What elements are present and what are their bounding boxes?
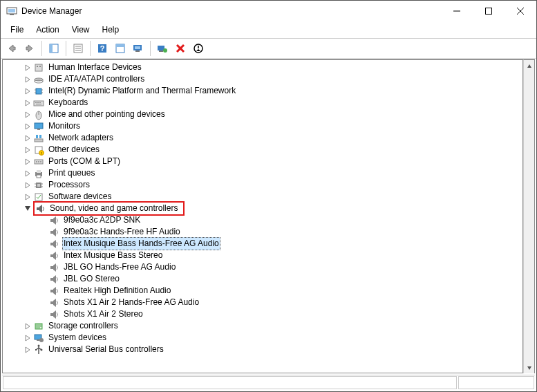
tree-node[interactable]: 9f9e0a3c Hands-Free HF Audio <box>3 226 522 238</box>
expand-icon[interactable] <box>23 193 32 201</box>
tree-node[interactable]: Network adapters <box>3 132 522 144</box>
svg-rect-55 <box>35 139 43 142</box>
tree-node[interactable]: Monitors <box>3 120 522 132</box>
tree-node-label: Realtek High Definition Audio <box>62 285 172 297</box>
tree-node[interactable]: Intex Musique Bass Hands-Free AG Audio <box>3 238 522 250</box>
other-icon: ! <box>33 144 44 156</box>
svg-rect-89 <box>50 254 53 257</box>
svg-rect-2 <box>10 14 14 15</box>
svg-rect-81 <box>37 207 39 210</box>
tree-node[interactable]: Intel(R) Dynamic Platform and Thermal Fr… <box>3 85 522 97</box>
tree-node[interactable]: JBL GO Stereo <box>3 273 522 285</box>
tree-node[interactable]: Shots X1 Air 2 Stereo <box>3 308 522 320</box>
expand-icon[interactable] <box>23 99 32 107</box>
tree-node-label: Ports (COM & LPT) <box>47 156 122 167</box>
device-tree[interactable]: Human Interface DevicesIDE ATA/ATAPI con… <box>2 59 523 373</box>
svg-rect-93 <box>50 278 53 281</box>
tree-node[interactable]: Intex Musique Bass Stereo <box>3 250 522 261</box>
minimize-button[interactable] <box>441 1 473 21</box>
svg-point-107 <box>39 338 44 342</box>
toolbar-separator <box>41 41 42 56</box>
tree-node[interactable]: IDE ATA/ATAPI controllers <box>3 73 522 85</box>
no-expander <box>39 310 47 319</box>
expand-icon[interactable] <box>23 87 32 95</box>
back-button[interactable] <box>3 40 20 57</box>
scroll-up-arrow[interactable] <box>524 60 534 72</box>
expand-icon[interactable] <box>23 334 32 342</box>
port-icon <box>33 156 44 167</box>
chip-icon <box>33 86 44 97</box>
mouse-icon <box>33 109 44 120</box>
show-hide-console-button[interactable] <box>46 40 62 57</box>
show-hidden-button[interactable] <box>130 40 147 57</box>
tree-node[interactable]: Processors <box>3 179 522 191</box>
menu-file[interactable]: File <box>5 23 29 37</box>
svg-rect-29 <box>37 66 38 67</box>
menu-help[interactable]: Help <box>97 23 125 37</box>
tree-node[interactable]: Storage controllers <box>3 320 522 332</box>
expand-icon[interactable] <box>23 169 32 178</box>
tree-node-label: Keyboards <box>47 97 89 109</box>
collapse-icon[interactable] <box>23 205 32 213</box>
expand-icon[interactable] <box>23 122 32 131</box>
tree-node-label: JBL GO Stereo <box>62 273 121 285</box>
expand-icon[interactable] <box>23 146 32 154</box>
svg-marker-101 <box>26 324 30 329</box>
tree-node-label: Shots X1 Air 2 Stereo <box>62 308 144 320</box>
forward-button[interactable] <box>21 40 38 57</box>
tree-node[interactable]: Shots X1 Air 2 Hands-Free AG Audio <box>3 297 522 308</box>
svg-rect-56 <box>36 135 38 138</box>
printer-icon <box>33 168 44 179</box>
svg-rect-46 <box>39 102 41 103</box>
scan-hardware-button[interactable] <box>154 40 171 57</box>
svg-marker-62 <box>26 159 30 165</box>
tree-node[interactable]: Human Interface Devices <box>3 62 522 73</box>
action-button[interactable] <box>112 40 129 57</box>
tree-node[interactable]: Print queues <box>3 167 522 179</box>
scroll-down-arrow[interactable] <box>524 362 534 373</box>
vertical-scrollbar[interactable] <box>523 59 535 373</box>
expand-icon[interactable] <box>23 322 32 330</box>
expand-icon[interactable] <box>23 134 32 142</box>
svg-marker-94 <box>53 275 56 283</box>
tree-node[interactable]: System devices <box>3 332 522 344</box>
app-icon <box>6 6 17 17</box>
scroll-track[interactable] <box>524 72 534 362</box>
tree-node-label: Storage controllers <box>47 320 120 332</box>
svg-rect-18 <box>135 46 140 49</box>
properties-button[interactable] <box>70 40 86 57</box>
tree-node[interactable]: Keyboards <box>3 97 522 109</box>
expand-icon[interactable] <box>23 111 32 119</box>
svg-marker-26 <box>196 49 200 51</box>
disable-device-button[interactable] <box>190 40 207 57</box>
svg-rect-28 <box>35 64 42 71</box>
tree-node[interactable]: 9f9e0a3c A2DP SNK <box>3 214 522 226</box>
titlebar: Device Manager <box>1 1 536 21</box>
uninstall-device-button[interactable] <box>172 40 189 57</box>
svg-rect-106 <box>37 339 39 341</box>
tree-node[interactable]: JBL GO Hands-Free AG Audio <box>3 261 522 273</box>
speaker-icon <box>48 262 59 273</box>
svg-rect-57 <box>39 135 41 138</box>
maximize-button[interactable] <box>473 1 505 21</box>
speaker-icon <box>48 297 59 308</box>
tree-node[interactable]: Ports (COM & LPT) <box>3 156 522 167</box>
speaker-icon <box>48 239 59 250</box>
tree-node[interactable]: Sound, video and game controllers <box>3 203 522 214</box>
menu-action[interactable]: Action <box>30 23 64 37</box>
expand-icon[interactable] <box>23 64 32 72</box>
tree-node-label: Processors <box>47 179 91 191</box>
tree-node[interactable]: !Other devices <box>3 144 522 156</box>
expand-icon[interactable] <box>23 181 32 189</box>
close-button[interactable] <box>505 1 536 21</box>
tree-node[interactable]: Mice and other pointing devices <box>3 109 522 120</box>
tree-node[interactable]: Universal Serial Bus controllers <box>3 344 522 355</box>
monitor-icon <box>33 121 44 132</box>
tree-node[interactable]: Realtek High Definition Audio <box>3 285 522 297</box>
expand-icon[interactable] <box>23 158 32 166</box>
menu-view[interactable]: View <box>66 23 95 37</box>
expand-icon[interactable] <box>23 75 32 84</box>
expand-icon[interactable] <box>23 346 32 354</box>
help-button[interactable]: ? <box>94 40 111 57</box>
tree-node-label: 9f9e0a3c A2DP SNK <box>62 214 142 226</box>
